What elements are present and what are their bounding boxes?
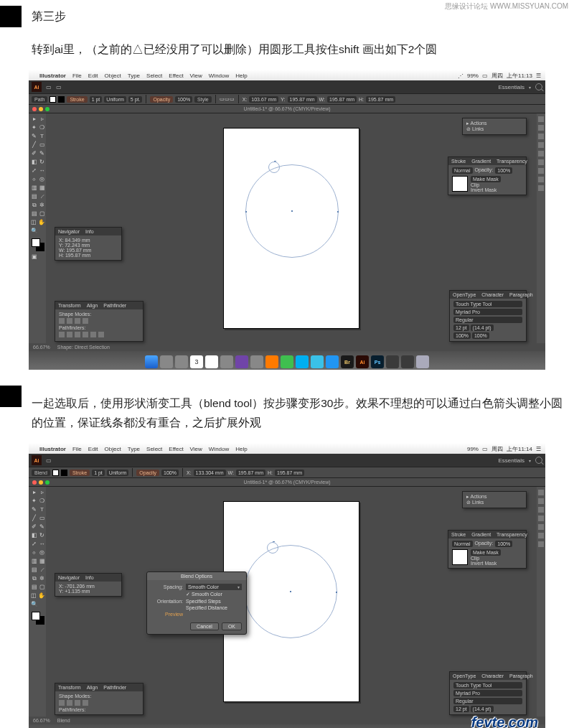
doc-icon[interactable]: ▭: [56, 84, 62, 90]
transparency-panel[interactable]: Stroke Gradient Transparency Normal Opac…: [448, 157, 527, 195]
trim-icon[interactable]: [67, 332, 72, 337]
graphic-styles-dock-icon[interactable]: [538, 185, 544, 191]
clip-checkbox[interactable]: Clip: [471, 556, 501, 561]
stroke-swatch[interactable]: [61, 470, 67, 476]
stroke-label[interactable]: Stroke: [67, 96, 87, 103]
magic-wand-tool[interactable]: ✦: [31, 498, 37, 505]
font-field[interactable]: Myriad Pro: [453, 690, 522, 696]
dock-launchpad-icon[interactable]: [160, 355, 173, 368]
close-icon[interactable]: [32, 480, 37, 485]
fill-swatch[interactable]: [50, 96, 56, 103]
stroke-weight-field[interactable]: 1 pt: [90, 96, 103, 103]
spotlight-icon[interactable]: ☰: [536, 446, 541, 452]
stroke-weight-field[interactable]: 1 pt: [92, 470, 105, 476]
menu-object[interactable]: Object: [105, 73, 121, 79]
free-transform-tool[interactable]: ⟐: [31, 549, 37, 556]
scale-tool[interactable]: ⤢: [31, 541, 37, 548]
actions-panel[interactable]: ▸ Actions ⊘ Links: [462, 118, 527, 135]
large-circle-shape[interactable]: [244, 545, 337, 638]
links-row[interactable]: ⊘ Links: [466, 500, 522, 505]
transparency-panel-2[interactable]: Stroke Gradient Transparency Normal Opac…: [448, 530, 527, 569]
menu-help[interactable]: Help: [235, 73, 247, 79]
dock-finder-icon[interactable]: [145, 355, 158, 368]
spotlight-icon[interactable]: ☰: [536, 73, 541, 79]
menu-select[interactable]: Select: [146, 73, 162, 79]
large-circle-shape[interactable]: [245, 164, 339, 258]
zoom-readout[interactable]: 66.67%: [33, 345, 50, 350]
artboard-tool[interactable]: ▢: [39, 210, 45, 218]
transform-tab[interactable]: Transform: [58, 685, 81, 690]
menu-edit[interactable]: Edit: [88, 73, 98, 79]
spacing-dropdown[interactable]: Smooth Color▾: [186, 584, 242, 590]
gradient-tool[interactable]: ▤: [31, 193, 37, 200]
navigator-tab[interactable]: Navigator: [58, 229, 80, 234]
brushes-dock-icon[interactable]: [538, 507, 544, 513]
minus-front-icon[interactable]: [67, 700, 72, 706]
rectangle-tool[interactable]: ▭: [39, 141, 45, 149]
dock-bridge-icon[interactable]: Br: [341, 355, 354, 368]
eraser-tool[interactable]: ◧: [31, 159, 37, 166]
brush-tool[interactable]: ✐: [31, 150, 37, 157]
scale-tool[interactable]: ⤢: [31, 167, 37, 174]
graph-tool[interactable]: ▤: [31, 210, 37, 218]
menu-file[interactable]: File: [72, 73, 82, 79]
divide-icon[interactable]: [59, 332, 65, 337]
stroke-profile[interactable]: Uniform: [107, 470, 129, 476]
symbols-dock-icon[interactable]: [538, 515, 544, 521]
dock-settings-icon[interactable]: [175, 355, 188, 368]
dock-terminal-icon[interactable]: [386, 355, 399, 368]
minus-front-icon[interactable]: [67, 318, 72, 324]
close-icon[interactable]: [32, 107, 37, 111]
minimize-icon[interactable]: [39, 480, 43, 485]
opacity-field[interactable]: 100%: [161, 470, 179, 476]
pencil-tool[interactable]: ✎: [39, 523, 45, 531]
zoom-icon[interactable]: [45, 107, 50, 111]
mask-thumb[interactable]: [452, 549, 468, 565]
opacity-label[interactable]: Opacity: [136, 470, 159, 476]
transp-tab-gradient[interactable]: Gradient: [471, 159, 491, 164]
x-field[interactable]: 103.67 mm: [249, 96, 278, 103]
zoom-tool[interactable]: 🔍: [31, 228, 38, 235]
touch-type-button[interactable]: Touch Type Tool: [453, 682, 522, 689]
spacing-option-smooth[interactable]: Smooth Color: [186, 592, 222, 597]
appearance-dock-icon[interactable]: [538, 177, 544, 182]
font-field[interactable]: Myriad Pro: [453, 309, 522, 315]
minus-back-icon[interactable]: [98, 332, 104, 337]
font-style-field[interactable]: Regular: [453, 317, 522, 323]
pathfinder-panel-2[interactable]: Transform Align Pathfinder Shape Modes: …: [55, 683, 144, 715]
zoom-readout[interactable]: 66.67%: [33, 718, 50, 723]
rectangle-tool[interactable]: ▭: [39, 515, 45, 522]
intersect-icon[interactable]: [75, 318, 80, 324]
character-tab[interactable]: Character: [481, 292, 504, 297]
hand-tool[interactable]: ✋: [38, 219, 45, 226]
bridge-icon[interactable]: ▭: [46, 457, 52, 464]
unite-icon[interactable]: [59, 318, 65, 324]
direct-selection-tool[interactable]: ▹: [39, 116, 45, 123]
character-panel-2[interactable]: OpenType Character Paragraph Touch Type …: [449, 671, 527, 715]
free-transform-tool[interactable]: ⟐: [31, 176, 37, 183]
leading-field[interactable]: (14.4 pt): [471, 706, 494, 712]
shape-builder-tool[interactable]: ◎: [39, 549, 45, 556]
mask-thumb[interactable]: [452, 176, 468, 192]
w-field[interactable]: 195.87 mm: [327, 96, 357, 103]
menu-type[interactable]: Type: [128, 73, 140, 79]
fill-stroke-swatches[interactable]: [32, 612, 43, 623]
perspective-tool[interactable]: ▥: [31, 558, 37, 565]
type-tool[interactable]: T: [39, 133, 45, 140]
kerning-field[interactable]: 100%: [472, 332, 489, 339]
crop-icon[interactable]: [83, 332, 88, 337]
symbol-tool[interactable]: ✲: [39, 575, 45, 582]
rotate-tool[interactable]: ↻: [39, 159, 45, 166]
dock-firefox-icon[interactable]: [265, 355, 278, 368]
gradient-tool[interactable]: ▤: [31, 566, 37, 574]
width-tool[interactable]: ↔: [39, 541, 45, 548]
make-mask-button[interactable]: Make Mask: [471, 176, 501, 182]
layers-dock-icon[interactable]: [538, 533, 544, 538]
bridge-icon[interactable]: ▭: [46, 84, 52, 90]
lasso-tool[interactable]: ❍: [39, 498, 45, 505]
opacity-label[interactable]: Opacity: [150, 96, 173, 103]
menu-view[interactable]: View: [190, 73, 202, 79]
workspace-picker[interactable]: Essentials: [499, 457, 524, 464]
y-field[interactable]: 195.87 mm: [288, 96, 317, 103]
w-field[interactable]: 195.87 mm: [236, 470, 265, 476]
